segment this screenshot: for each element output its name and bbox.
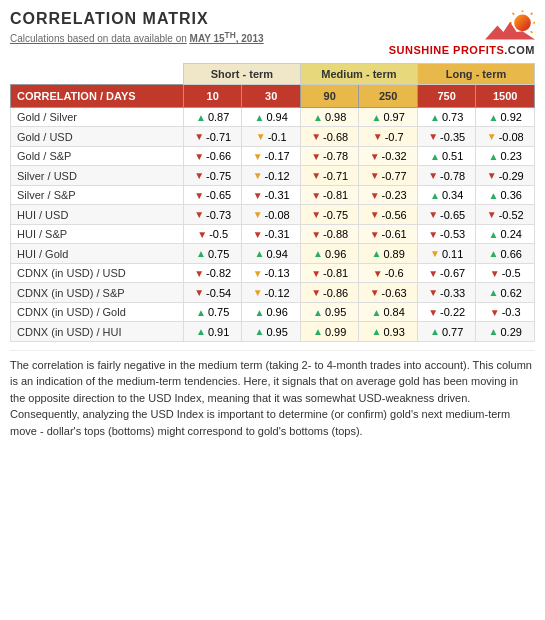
cell-value: ▼-0.29 [476,166,535,186]
row-label: Gold / Silver [11,107,184,127]
row-label: CDNX (in USD) / USD [11,263,184,283]
numeric-value: -0.32 [382,150,407,162]
arrow-neutral-icon: ▼ [253,268,263,279]
cell-value: ▼-0.56 [359,205,418,225]
arrow-down-icon: ▼ [197,229,207,240]
arrow-up-icon: ▲ [372,307,382,318]
cell-value: ▼-0.81 [300,185,359,205]
cell-value: ▼-0.5 [183,224,242,244]
arrow-neutral-icon: ▼ [430,248,440,259]
arrow-down-icon: ▼ [194,170,204,181]
cell-value: ▼-0.53 [417,224,476,244]
numeric-value: -0.86 [323,287,348,299]
cell-value: ▲0.77 [417,322,476,342]
arrow-up-icon: ▲ [313,112,323,123]
numeric-value: -0.75 [323,209,348,221]
day-10-header: 10 [183,84,242,107]
table-row: HUI / USD▼-0.73▼-0.08▼-0.75▼-0.56▼-0.65▼… [11,205,535,225]
cell-value: ▼-0.31 [242,185,301,205]
term-header-row: Short - term Medium - term Long - term [11,63,535,84]
numeric-value: 0.34 [442,189,463,201]
cell-value: ▼-0.86 [300,283,359,303]
main-title: CORRELATION MATRIX [10,10,264,28]
numeric-value: -0.54 [206,287,231,299]
numeric-value: -0.6 [385,267,404,279]
cell-value: ▼-0.75 [183,166,242,186]
cell-value: ▲0.96 [300,244,359,264]
cell-value: ▲0.94 [242,107,301,127]
footnote: The correlation is fairly negative in th… [10,350,535,440]
arrow-up-icon: ▲ [196,326,206,337]
cell-value: ▲0.89 [359,244,418,264]
cell-value: ▲0.29 [476,322,535,342]
numeric-value: 0.91 [208,326,229,338]
numeric-value: 0.75 [208,306,229,318]
numeric-value: -0.53 [440,228,465,240]
arrow-up-icon: ▲ [313,248,323,259]
arrow-down-icon: ▼ [370,170,380,181]
row-label: HUI / USD [11,205,184,225]
arrow-down-icon: ▼ [311,131,321,142]
row-label: Gold / USD [11,127,184,147]
arrow-up-icon: ▲ [313,307,323,318]
cell-value: ▼-0.12 [242,283,301,303]
table-row: Gold / Silver▲0.87▲0.94▲0.98▲0.97▲0.73▲0… [11,107,535,127]
numeric-value: 0.93 [383,326,404,338]
cell-value: ▼-0.31 [242,224,301,244]
table-row: HUI / Gold▲0.75▲0.94▲0.96▲0.89▼0.11▲0.66 [11,244,535,264]
numeric-value: -0.52 [499,209,524,221]
correlation-table: Short - term Medium - term Long - term C… [10,63,535,342]
numeric-value: -0.75 [206,170,231,182]
arrow-down-icon: ▼ [370,151,380,162]
cell-value: ▼-0.78 [300,146,359,166]
table-row: Silver / S&P▼-0.65▼-0.31▼-0.81▼-0.23▲0.3… [11,185,535,205]
numeric-value: -0.31 [265,228,290,240]
numeric-value: -0.78 [323,150,348,162]
arrow-up-icon: ▲ [489,326,499,337]
subtitle: Calculations based on data available on … [10,30,264,44]
arrow-up-icon: ▲ [255,326,265,337]
cell-value: ▼-0.65 [417,205,476,225]
arrow-down-icon: ▼ [194,268,204,279]
arrow-neutral-icon: ▼ [253,209,263,220]
table-row: Gold / S&P▼-0.66▼-0.17▼-0.78▼-0.32▲0.51▲… [11,146,535,166]
cell-value: ▼-0.66 [183,146,242,166]
table-row: CDNX (in USD) / USD▼-0.82▼-0.13▼-0.81▼-0… [11,263,535,283]
numeric-value: 0.11 [442,248,463,260]
numeric-value: 0.99 [325,326,346,338]
numeric-value: -0.1 [268,131,287,143]
table-row: CDNX (in USD) / S&P▼-0.54▼-0.12▼-0.86▼-0… [11,283,535,303]
arrow-down-icon: ▼ [311,170,321,181]
cell-value: ▼-0.67 [417,263,476,283]
arrow-down-icon: ▼ [428,209,438,220]
arrow-neutral-icon: ▼ [487,131,497,142]
arrow-up-icon: ▲ [196,112,206,123]
day-750-header: 750 [417,84,476,107]
arrow-up-icon: ▲ [489,287,499,298]
cell-value: ▼-0.73 [183,205,242,225]
row-label: CDNX (in USD) / Gold [11,302,184,322]
numeric-value: 0.95 [325,306,346,318]
cell-value: ▲0.51 [417,146,476,166]
cell-value: ▲0.34 [417,185,476,205]
arrow-down-icon: ▼ [194,209,204,220]
cell-value: ▲0.66 [476,244,535,264]
numeric-value: -0.13 [265,267,290,279]
table-row: Gold / USD▼-0.71▼-0.1▼-0.68▼-0.7▼-0.35▼-… [11,127,535,147]
arrow-down-icon: ▼ [428,170,438,181]
day-30-header: 30 [242,84,301,107]
numeric-value: -0.68 [323,131,348,143]
numeric-value: 0.73 [442,111,463,123]
arrow-down-icon: ▼ [428,307,438,318]
arrow-down-icon: ▼ [373,131,383,142]
cell-value: ▲0.91 [183,322,242,342]
cell-value: ▲0.87 [183,107,242,127]
cell-value: ▲0.96 [242,302,301,322]
cell-value: ▲0.73 [417,107,476,127]
cell-value: ▼-0.08 [242,205,301,225]
arrow-down-icon: ▼ [428,268,438,279]
numeric-value: -0.35 [440,131,465,143]
numeric-value: 0.96 [325,248,346,260]
arrow-down-icon: ▼ [253,190,263,201]
empty-header [11,63,184,84]
